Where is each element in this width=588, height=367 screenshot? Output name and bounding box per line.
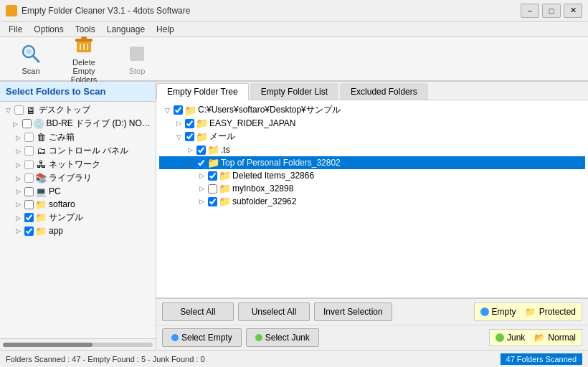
legend-normal: 📂 Normal xyxy=(534,333,576,343)
right-expand-root[interactable]: ▽ xyxy=(162,105,172,115)
right-tree-item-ts[interactable]: ▷ 📁 .ts xyxy=(159,143,585,156)
unselect-all-button[interactable]: Unselect All xyxy=(238,302,310,321)
select-junk-label: Select Junk xyxy=(265,333,310,343)
expand-icon-pc[interactable]: ▷ xyxy=(13,186,23,196)
tab-empty-folder-tree[interactable]: Empty Folder Tree xyxy=(156,83,249,100)
expand-icon-bd[interactable]: ▷ xyxy=(11,119,21,129)
checkbox-app[interactable] xyxy=(24,227,34,236)
close-button[interactable]: ✕ xyxy=(564,4,582,18)
right-tree-item-root[interactable]: ▽ 📁 C:¥Users¥softaro¥Desktop¥サンプル xyxy=(159,103,585,117)
checkbox-softaro[interactable] xyxy=(24,200,34,209)
checkbox-library[interactable] xyxy=(24,173,34,183)
checkbox-trash[interactable] xyxy=(24,133,34,142)
tree-item-library[interactable]: ▷ 📚 ライブラリ xyxy=(0,171,156,185)
label-softaro: softaro xyxy=(49,199,75,209)
right-tree-item-mail[interactable]: ▽ 📁 メール xyxy=(159,130,585,143)
svg-rect-5 xyxy=(81,37,87,39)
legend-protected-icon: 📁 xyxy=(525,308,536,316)
select-all-button[interactable]: Select All xyxy=(162,302,234,321)
right-folder-ts: 📁 xyxy=(207,144,219,156)
menu-help[interactable]: Help xyxy=(151,23,180,36)
menu-file[interactable]: File xyxy=(3,23,28,36)
menu-options[interactable]: Options xyxy=(28,23,69,36)
tab-empty-folder-list[interactable]: Empty Folder List xyxy=(250,83,338,100)
select-empty-button[interactable]: Select Empty xyxy=(162,328,242,347)
tree-item-pc[interactable]: ▷ 💻 PC xyxy=(0,185,156,198)
right-expand-topofpersonal[interactable]: ▽ xyxy=(185,158,195,168)
delete-empty-folders-button[interactable]: Delete Empty Folders xyxy=(59,39,109,78)
checkbox-sample[interactable] xyxy=(24,213,34,222)
right-expand-ts[interactable]: ▷ xyxy=(185,145,195,155)
tree-item-network[interactable]: ▷ 🖧 ネットワーク xyxy=(0,158,156,171)
checkbox-pc[interactable] xyxy=(24,187,34,196)
minimize-button[interactable]: − xyxy=(521,4,539,18)
right-expand-easy[interactable]: ▷ xyxy=(174,118,184,128)
right-checkbox-topofpersonal[interactable] xyxy=(196,158,206,168)
checkbox-network[interactable] xyxy=(24,160,34,169)
checkbox-bd[interactable] xyxy=(22,119,32,128)
right-checkbox-mail[interactable] xyxy=(185,132,194,141)
scan-label: Scan xyxy=(22,67,39,75)
right-expand-deleted[interactable]: ▷ xyxy=(196,171,207,181)
scan-button[interactable]: Scan xyxy=(6,39,56,78)
tree-item-control[interactable]: ▷ 🗂 コントロール パネル xyxy=(0,144,156,158)
legend-box-2: Junk 📂 Normal xyxy=(489,329,582,346)
expand-icon-desktop[interactable]: ▽ xyxy=(3,105,13,115)
right-tree-item-easy[interactable]: ▷ 📁 EASY_RIDER_JAPAN xyxy=(159,117,585,130)
label-pc: PC xyxy=(49,186,61,196)
expand-icon-sample[interactable]: ▷ xyxy=(13,213,23,223)
label-app: app xyxy=(49,226,63,236)
trash-icon: 🗑 xyxy=(35,132,47,143)
right-checkbox-myinbox[interactable] xyxy=(208,184,217,194)
right-tree-item-myinbox[interactable]: ▷ 📁 myInbox_32898 xyxy=(159,182,585,195)
select-junk-button[interactable]: Select Junk xyxy=(246,328,319,347)
right-tree-item-deleted[interactable]: ▷ 📁 Deleted Items_32866 xyxy=(159,169,585,182)
right-expand-mail[interactable]: ▽ xyxy=(174,132,184,142)
expand-icon-control[interactable]: ▷ xyxy=(13,146,23,156)
right-checkbox-root[interactable] xyxy=(174,105,183,115)
right-checkbox-ts[interactable] xyxy=(196,146,206,155)
svg-point-1 xyxy=(26,49,32,54)
expand-icon-network[interactable]: ▷ xyxy=(13,160,23,170)
pc-icon: 💻 xyxy=(35,186,47,197)
right-tree-item-topofpersonal[interactable]: ▽ 📁 Top of Personal Folders_32802 xyxy=(159,156,585,169)
right-checkbox-subfolder[interactable] xyxy=(208,197,217,206)
right-checkbox-easy[interactable] xyxy=(185,119,194,128)
legend-empty: Empty xyxy=(480,307,516,317)
checkbox-control[interactable] xyxy=(24,146,34,156)
tree-item-softaro[interactable]: ▷ 📁 softaro xyxy=(0,198,156,211)
tab-excluded-folders[interactable]: Excluded Folders xyxy=(340,83,428,100)
expand-icon-app[interactable]: ▷ xyxy=(13,226,23,236)
bd-icon: 💿 xyxy=(33,118,44,130)
folder-tree[interactable]: ▽ 🖥 デスクトップ ▷ 💿 BD-RE ドライブ (D:) NOCOUNTRY… xyxy=(0,102,156,338)
tree-item-bd[interactable]: ▷ 💿 BD-RE ドライブ (D:) NOCOUNTRY xyxy=(0,117,156,130)
checkbox-desktop[interactable] xyxy=(14,105,24,115)
right-checkbox-deleted[interactable] xyxy=(208,171,217,181)
tree-item-app[interactable]: ▷ 📁 app xyxy=(0,224,156,237)
tree-item-trash[interactable]: ▷ 🗑 ごみ箱 xyxy=(0,130,156,144)
right-tree-item-subfolder[interactable]: ▷ 📁 subfolder_32962 xyxy=(159,195,585,208)
bottom-section: Select All Unselect All Invert Selection… xyxy=(156,297,588,350)
tree-item-sample[interactable]: ▷ 📁 サンプル xyxy=(0,211,156,224)
title-bar-left: Empty Folder Cleaner V3.1 - 4dots Softwa… xyxy=(6,5,190,16)
legend-junk-dot xyxy=(495,333,504,342)
expand-icon-trash[interactable]: ▷ xyxy=(13,133,23,143)
stop-icon xyxy=(125,42,148,65)
stop-button[interactable]: Stop xyxy=(112,39,162,78)
expand-icon-library[interactable]: ▷ xyxy=(13,173,23,184)
invert-selection-button[interactable]: Invert Selection xyxy=(314,302,392,321)
junk-dot xyxy=(255,334,262,341)
expand-icon-softaro[interactable]: ▷ xyxy=(13,199,23,209)
right-expand-myinbox[interactable]: ▷ xyxy=(196,184,207,194)
right-expand-subfolder[interactable]: ▷ xyxy=(196,196,207,206)
content-area: ▽ 📁 C:¥Users¥softaro¥Desktop¥サンプル ▷ 📁 EA… xyxy=(156,100,588,297)
tree-item-desktop[interactable]: ▽ 🖥 デスクトップ xyxy=(0,103,156,117)
scan-icon xyxy=(19,42,42,65)
label-sample: サンプル xyxy=(49,211,83,224)
status-right: 47 Folders Scanned xyxy=(501,353,582,365)
toolbar: Scan Delete Empty Folders Stop xyxy=(0,37,588,82)
menu-language[interactable]: Language xyxy=(101,23,151,36)
maximize-button[interactable]: □ xyxy=(542,4,561,18)
right-label-deleted: Deleted Items_32866 xyxy=(232,171,314,181)
label-bd: BD-RE ドライブ (D:) NOCOUNTRY xyxy=(47,118,154,130)
